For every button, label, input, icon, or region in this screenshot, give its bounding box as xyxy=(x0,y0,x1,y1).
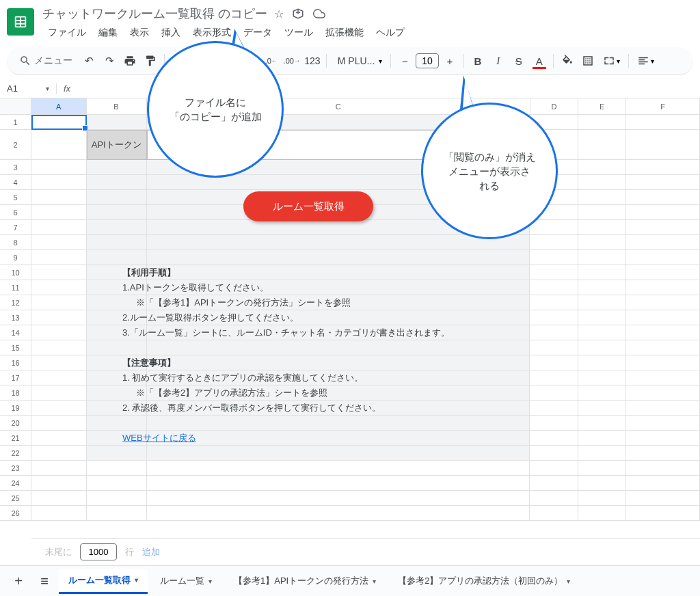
sheet-tab[interactable]: 【参考2】アプリの承認方法（初回のみ）▾ xyxy=(388,569,580,593)
add-rows-button[interactable]: 追加 xyxy=(142,546,160,558)
row-header[interactable]: 6 xyxy=(0,205,31,220)
borders-button[interactable] xyxy=(578,51,597,70)
row-header[interactable]: 14 xyxy=(0,325,31,340)
menu-edit[interactable]: 編集 xyxy=(93,24,123,42)
row-header[interactable]: 20 xyxy=(0,416,31,431)
row-header[interactable]: 8 xyxy=(0,235,31,250)
row-header[interactable]: 22 xyxy=(0,446,31,461)
merge-dropdown[interactable]: ▾ xyxy=(599,52,624,70)
select-all-corner[interactable] xyxy=(0,98,31,115)
api-token-label: APIトークン xyxy=(87,130,147,160)
web-link[interactable]: WEBサイトに戻る xyxy=(122,433,196,443)
add-rows-suffix: 行 xyxy=(125,546,134,558)
print-button[interactable] xyxy=(120,51,139,70)
row-header[interactable]: 17 xyxy=(0,370,31,385)
col-header[interactable]: F xyxy=(626,98,700,115)
row-header[interactable]: 9 xyxy=(0,250,31,265)
text-color-button[interactable]: A xyxy=(530,51,549,70)
menu-view[interactable]: 表示 xyxy=(124,24,154,42)
row-header[interactable]: 21 xyxy=(0,431,31,446)
row-header[interactable]: 1 xyxy=(0,115,31,130)
add-rows-input[interactable] xyxy=(80,543,117,560)
font-dropdown[interactable]: M PLU...▾ xyxy=(331,53,386,69)
redo-button[interactable]: ↷ xyxy=(100,51,119,70)
cloud-icon[interactable] xyxy=(312,8,326,21)
row-header[interactable]: 19 xyxy=(0,401,31,416)
chevron-down-icon[interactable]: ▾ xyxy=(373,578,376,585)
chevron-down-icon[interactable]: ▾ xyxy=(135,576,138,584)
annotation-callout-1: ファイル名に 「のコピー」が追加 xyxy=(147,41,284,178)
row-header[interactable]: 25 xyxy=(0,491,31,506)
menu-help[interactable]: ヘルプ xyxy=(371,24,410,42)
formula-bar: A1▾ fx xyxy=(0,79,700,98)
row-header[interactable]: 16 xyxy=(0,355,31,370)
annotation-callout-2: 「閲覧のみ」が消え メニューが表示さ れる xyxy=(421,103,558,239)
sheet-tab[interactable]: 【参考1】APIトークンの発行方法▾ xyxy=(224,569,386,593)
row-header[interactable]: 12 xyxy=(0,295,31,310)
name-box[interactable]: A1▾ xyxy=(0,83,56,94)
row-header[interactable]: 23 xyxy=(0,461,31,476)
instruction-line: 2.ルーム一覧取得ボタンを押してください。 xyxy=(122,310,450,325)
instruction-line: 1.APIトークンを取得してください。 xyxy=(122,280,450,295)
fx-label: fx xyxy=(56,83,77,94)
fill-color-button[interactable] xyxy=(558,51,577,70)
add-rows-bar: 末尾に 行 追加 xyxy=(31,538,700,565)
get-room-list-button[interactable]: ルーム一覧取得 xyxy=(243,191,373,221)
notes-heading: 【注意事項】 xyxy=(122,355,450,370)
number-format-button[interactable]: 123 xyxy=(303,51,322,70)
sheet-tab-active[interactable]: ルーム一覧取得▾ xyxy=(59,569,148,594)
move-icon[interactable] xyxy=(292,8,304,21)
add-rows-prefix: 末尾に xyxy=(45,546,72,558)
col-header[interactable]: E xyxy=(578,98,626,115)
font-size-input[interactable]: 10 xyxy=(416,53,439,68)
chevron-down-icon[interactable]: ▾ xyxy=(567,578,570,585)
toolbar: メニュー ↶ ↷ 100%▾ ¥ % .0← .00→ 123 M PLU...… xyxy=(7,47,693,75)
paint-format-button[interactable] xyxy=(141,51,160,70)
instruction-line: ※「【参考2】アプリの承認方法」シートを参照 xyxy=(122,385,450,401)
strike-button[interactable]: S xyxy=(509,51,528,70)
row-header[interactable]: 24 xyxy=(0,476,31,491)
font-size-increase[interactable]: + xyxy=(440,51,459,70)
align-dropdown[interactable]: ▾ xyxy=(633,52,658,70)
undo-button[interactable]: ↶ xyxy=(79,51,98,70)
row-header[interactable]: 10 xyxy=(0,265,31,280)
increase-decimal-button[interactable]: .00→ xyxy=(282,51,301,70)
menu-insert[interactable]: 挿入 xyxy=(156,24,186,42)
row-header[interactable]: 13 xyxy=(0,310,31,325)
cell-A1[interactable] xyxy=(31,115,87,130)
menu-file[interactable]: ファイル xyxy=(42,24,92,42)
sheet-tab[interactable]: ルーム一覧▾ xyxy=(150,569,221,593)
menu-tools[interactable]: ツール xyxy=(279,24,319,42)
sheets-logo[interactable] xyxy=(7,8,34,36)
header: チャットワークルーム一覧取得 のコピー ☆ ファイル 編集 表示 挿入 表示形式… xyxy=(0,0,700,42)
document-title[interactable]: チャットワークルーム一覧取得 のコピー xyxy=(42,5,267,22)
row-header[interactable]: 5 xyxy=(0,190,31,205)
add-sheet-button[interactable]: + xyxy=(7,569,30,593)
instruction-line: 3.「ルーム一覧」シートに、ルームID・チャット名・カテゴリが書き出されます。 xyxy=(122,325,450,340)
col-header[interactable]: B xyxy=(87,98,147,115)
row-header[interactable]: 2 xyxy=(0,130,31,160)
row-header[interactable]: 15 xyxy=(0,340,31,355)
row-header[interactable]: 18 xyxy=(0,385,31,401)
row-header[interactable]: 3 xyxy=(0,160,31,175)
col-header[interactable]: D xyxy=(530,98,578,115)
bold-button[interactable]: B xyxy=(468,51,487,70)
chevron-down-icon[interactable]: ▾ xyxy=(208,578,212,585)
all-sheets-button[interactable]: ≡ xyxy=(33,569,56,593)
row-header[interactable]: 7 xyxy=(0,220,31,235)
row-header[interactable]: 11 xyxy=(0,280,31,295)
col-header[interactable]: A xyxy=(31,98,87,115)
menu-ext[interactable]: 拡張機能 xyxy=(320,24,369,42)
menu-bar: ファイル 編集 表示 挿入 表示形式 データ ツール 拡張機能 ヘルプ xyxy=(42,24,693,42)
menu-search[interactable]: メニュー xyxy=(14,52,78,70)
instruction-line: 2. 承認後、再度メンバー取得ボタンを押して実行してください。 xyxy=(122,401,450,416)
row-header[interactable]: 4 xyxy=(0,175,31,190)
star-icon[interactable]: ☆ xyxy=(274,8,284,21)
italic-button[interactable]: I xyxy=(489,51,508,70)
instruction-line: 1. 初めて実行するときにアプリの承認を実施してください。 xyxy=(122,370,450,385)
search-icon xyxy=(19,55,31,67)
usage-heading: 【利用手順】 xyxy=(122,265,450,280)
row-header[interactable]: 26 xyxy=(0,506,31,521)
spreadsheet-grid[interactable]: 1 2 3 4 5 6 7 8 9 10 11 12 13 14 15 16 1… xyxy=(0,98,700,521)
font-size-decrease[interactable]: − xyxy=(395,51,414,70)
